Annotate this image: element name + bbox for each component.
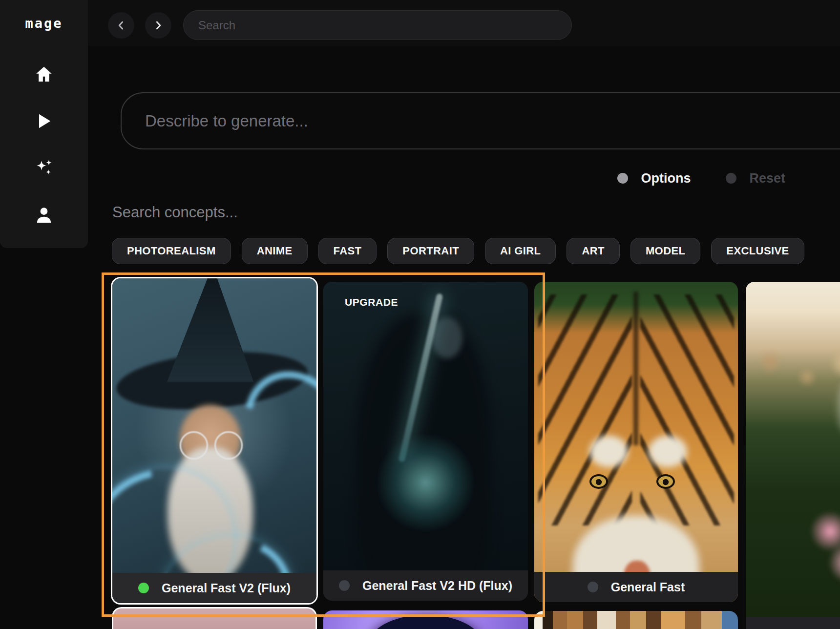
back-button[interactable]	[108, 12, 134, 39]
model-card-general-fast-v2-flux[interactable]: General Fast V2 (Flux)	[111, 277, 318, 605]
status-dot	[339, 580, 350, 591]
model-card-footer	[746, 617, 840, 629]
wizard-image	[112, 278, 316, 603]
model-card-row2-planet-partial[interactable]	[323, 610, 528, 629]
sparkles-icon	[34, 158, 54, 178]
options-dot-icon	[617, 173, 628, 184]
sidebar-item-explore[interactable]	[33, 110, 55, 132]
home-icon	[34, 64, 54, 84]
model-card-footer: General Fast V2 (Flux)	[112, 573, 316, 603]
mage-logo: mage	[0, 16, 88, 31]
concept-chips: PHOTOREALISM ANIME FAST PORTRAIT AI GIRL…	[112, 238, 804, 264]
sidebar: mage	[0, 0, 88, 248]
sidebar-nav	[0, 63, 88, 226]
reset-dot-icon	[726, 173, 736, 184]
model-card-general-fast[interactable]: General Fast	[534, 282, 738, 602]
model-card-partial[interactable]	[746, 282, 840, 629]
options-toggle[interactable]: Options	[617, 171, 691, 186]
generation-controls: Options Reset	[88, 168, 813, 189]
chip-portrait[interactable]: PORTRAIT	[387, 238, 474, 264]
forward-button[interactable]	[145, 12, 171, 39]
model-name: General Fast V2 HD (Flux)	[362, 579, 512, 593]
sidebar-item-create[interactable]	[33, 157, 55, 179]
concepts-search-input[interactable]	[112, 201, 405, 224]
chip-exclusive[interactable]: EXCLUSIVE	[711, 238, 804, 264]
options-label: Options	[641, 171, 691, 186]
prompt-input[interactable]	[121, 92, 840, 149]
sorceress-image	[323, 282, 528, 601]
model-card-row2-interior-partial[interactable]	[534, 611, 738, 629]
person-icon	[34, 205, 54, 225]
model-card-general-fast-v2-hd-flux[interactable]: UPGRADE General Fast V2 HD (Flux)	[323, 282, 528, 601]
chevron-right-icon	[152, 19, 165, 32]
model-card-footer: General Fast	[534, 572, 738, 602]
status-dot	[138, 583, 149, 593]
sidebar-item-profile[interactable]	[33, 204, 55, 226]
chip-fast[interactable]: FAST	[318, 238, 377, 264]
model-card-row2-selected-partial[interactable]	[112, 607, 317, 629]
chip-ai-girl[interactable]: AI GIRL	[485, 238, 556, 264]
flower-image	[746, 282, 840, 617]
model-card-footer: General Fast V2 HD (Flux)	[323, 570, 528, 601]
chip-photorealism[interactable]: PHOTOREALISM	[112, 238, 231, 264]
tiger-image	[534, 282, 738, 602]
model-name: General Fast V2 (Flux)	[162, 581, 291, 595]
reset-label: Reset	[749, 171, 785, 186]
reset-button[interactable]: Reset	[726, 171, 785, 186]
play-icon	[34, 111, 54, 131]
chip-art[interactable]: ART	[567, 238, 619, 264]
chip-model[interactable]: MODEL	[630, 238, 700, 264]
chip-anime[interactable]: ANIME	[242, 238, 308, 264]
status-dot	[588, 582, 598, 592]
sidebar-item-home[interactable]	[33, 63, 55, 85]
model-name: General Fast	[611, 580, 685, 594]
upgrade-badge: UPGRADE	[345, 296, 398, 308]
search-input[interactable]	[183, 10, 572, 40]
chevron-left-icon	[115, 19, 127, 32]
